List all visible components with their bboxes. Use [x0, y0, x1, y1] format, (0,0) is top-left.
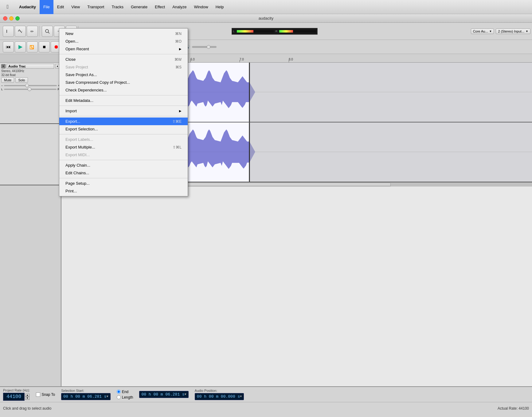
status-bar: Project Rate (Hz): 44100 ▲ ▼ Snap To Sel…	[0, 386, 532, 417]
file-menu-item[interactable]: File	[40, 0, 53, 14]
track-controls: ✕ Audio Trac ▼ Stereo, 44100Hz 32-bit fl…	[0, 54, 61, 396]
left-level	[237, 30, 274, 33]
project-rate-spinner[interactable]: ▲ ▼	[25, 394, 29, 400]
recording-meter: L R	[232, 28, 318, 35]
menu-sep4	[59, 116, 188, 116]
file-export-midi-item: Export MIDI...	[59, 151, 188, 159]
track2-control-panel	[0, 124, 61, 185]
rate-up-button[interactable]: ▲	[25, 394, 29, 397]
rewind-begin-button[interactable]: ⏮	[3, 41, 14, 52]
svg-text:🔁: 🔁	[29, 45, 34, 49]
window-menu-item[interactable]: Window	[190, 0, 212, 14]
stop-button[interactable]: ■	[39, 41, 50, 52]
length-radio[interactable]	[117, 395, 121, 399]
file-open-item[interactable]: Open... ⌘O	[59, 37, 188, 45]
ruler-line-6	[190, 60, 191, 62]
file-print-item[interactable]: Print...	[59, 187, 188, 195]
maximize-button[interactable]	[15, 16, 20, 21]
audio-position-value[interactable]: 00 h 00 m 00.000 s ▼	[195, 393, 244, 400]
zoom-tool[interactable]	[42, 26, 53, 37]
envelope-tool[interactable]	[15, 26, 26, 37]
status-row1: Project Rate (Hz): 44100 ▲ ▼ Snap To Sel…	[0, 387, 532, 402]
analyze-menu-item[interactable]: Analyze	[169, 0, 190, 14]
selection-start-label: Selection Start:	[61, 389, 110, 392]
recording-level-bar: L R	[232, 28, 318, 35]
track1-gain-slider: – +	[1, 84, 60, 87]
help-menu-item[interactable]: Help	[212, 0, 228, 14]
file-export-selection-item[interactable]: Export Selection...	[59, 125, 188, 133]
tracks-menu-item[interactable]: Tracks	[108, 0, 127, 14]
apple-logo[interactable]: 	[0, 4, 15, 10]
play-button[interactable]: ▶	[15, 41, 26, 52]
file-export-multiple-item[interactable]: Export Multiple... ⇧⌘L	[59, 143, 188, 151]
view-menu-item[interactable]: View	[68, 0, 84, 14]
end-radio-label: End	[117, 390, 133, 394]
file-export-labels-item: Export Labels...	[59, 136, 188, 143]
file-close-item[interactable]: Close ⌘W	[59, 56, 188, 63]
project-rate-group: Project Rate (Hz): 44100 ▲ ▼	[3, 388, 30, 401]
file-import-item[interactable]: Import ▶	[59, 107, 188, 115]
file-save-compressed-item[interactable]: Save Compressed Copy of Project...	[59, 79, 188, 86]
track1-gain-thumb[interactable]	[25, 84, 29, 87]
ruler-line-8	[289, 60, 289, 62]
file-edit-chains-item[interactable]: Edit Chains...	[59, 169, 188, 177]
select-tools-section: I ✏	[2, 26, 39, 37]
file-apply-chain-item[interactable]: Apply Chain...	[59, 161, 188, 169]
svg-rect-25	[249, 122, 532, 182]
selection-start-dropdown[interactable]: ▼	[107, 395, 108, 398]
file-page-setup-item[interactable]: Page Setup...	[59, 180, 188, 187]
right-level	[279, 30, 316, 33]
track1-solo-button[interactable]: Solo	[15, 77, 28, 83]
ruler-mark-8: 8.0	[289, 58, 293, 61]
output-device-select[interactable]: Core Au... ▼	[471, 29, 494, 34]
generate-menu-item[interactable]: Generate	[127, 0, 151, 14]
loop-button[interactable]: 🔁	[27, 41, 38, 52]
track1-mute-button[interactable]: Mute	[1, 77, 14, 83]
minimize-button[interactable]	[9, 16, 14, 21]
track1-gain-track[interactable]	[4, 85, 57, 86]
selection-end-dropdown[interactable]: ▼	[185, 393, 186, 396]
file-save-as-item[interactable]: Save Project As...	[59, 71, 188, 79]
snap-to-checkbox[interactable]	[36, 392, 40, 397]
volume-slider[interactable]	[192, 46, 217, 48]
app-window: audacity I ✏ ↔ ✳	[0, 14, 532, 417]
edit-menu-item[interactable]: Edit	[53, 0, 68, 14]
ruler-spacer	[0, 54, 61, 63]
snap-to-group: Snap To	[36, 392, 55, 397]
selection-end-value[interactable]: 00 h 00 m 06.281 s ▼	[139, 391, 188, 398]
track1-close-button[interactable]: ✕	[1, 64, 6, 68]
selection-start-value[interactable]: 00 h 00 m 06.281 s ▼	[61, 393, 110, 400]
menu-sep6	[59, 160, 188, 160]
svg-rect-21	[249, 63, 532, 122]
project-rate-value: 44100	[3, 393, 25, 401]
file-open-recent-item[interactable]: Open Recent ▶	[59, 45, 188, 53]
menu-sep2	[59, 95, 188, 95]
draw-tool[interactable]: ✏	[27, 26, 38, 37]
track1-pan-thumb[interactable]	[28, 87, 31, 91]
status-hint-text: Click and drag to select audio	[3, 406, 51, 411]
ruler-mark-6: 6.0	[190, 58, 195, 61]
chevron-down-icon: ▼	[489, 30, 492, 33]
playback-controls: 🔊	[183, 44, 218, 49]
audacity-menu-item[interactable]: Audacity	[15, 0, 40, 14]
effect-menu-item[interactable]: Effect	[151, 0, 169, 14]
file-export-item[interactable]: Export... ⇧⌘E	[59, 118, 188, 125]
device-controls: Core Au... ▼ 2 (Stereo) Input... ▼	[471, 29, 530, 34]
end-radio[interactable]	[117, 390, 121, 394]
transport-menu-item[interactable]: Transport	[84, 0, 108, 14]
file-new-item[interactable]: New ⌘N	[59, 30, 188, 37]
track1-control-panel: ✕ Audio Trac ▼ Stereo, 44100Hz 32-bit fl…	[0, 63, 61, 124]
rate-down-button[interactable]: ▼	[25, 397, 29, 400]
menu-sep1	[59, 54, 188, 54]
ruler-line-7	[240, 60, 240, 62]
file-menu-dropdown: New ⌘N Open... ⌘O Open Recent ▶ Close ⌘W…	[59, 28, 188, 196]
track1-pan-track[interactable]	[4, 89, 56, 90]
input-device-select[interactable]: 2 (Stereo) Input... ▼	[496, 29, 530, 34]
file-edit-metadata-item[interactable]: Edit Metadata...	[59, 97, 188, 104]
cursor-tool[interactable]: I	[3, 26, 14, 37]
file-check-deps-item[interactable]: Check Dependencies...	[59, 86, 188, 94]
actual-rate-text: Actual Rate: 44100	[498, 406, 529, 411]
audio-position-dropdown[interactable]: ▼	[240, 395, 242, 398]
svg-line-4	[48, 32, 49, 33]
close-button[interactable]	[3, 16, 7, 21]
